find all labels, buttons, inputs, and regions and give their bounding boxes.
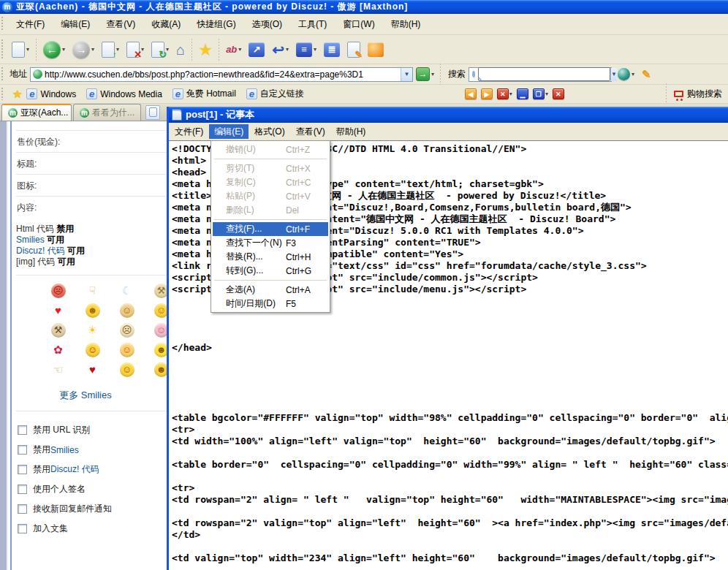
search-input[interactable]	[478, 67, 610, 81]
quick-link[interactable]: e免费 Hotmail	[172, 88, 236, 100]
go-dropdown-icon[interactable]: ▾	[431, 71, 434, 77]
quick-link[interactable]: eWindows Media	[86, 88, 162, 99]
checkbox-label-link[interactable]: Smilies	[50, 445, 79, 455]
quick-link[interactable]: eWindows	[26, 88, 76, 99]
close-tab-button[interactable]: ✕	[497, 88, 509, 99]
prev-tab-button[interactable]: ◀	[465, 88, 477, 99]
checkbox[interactable]	[18, 484, 27, 494]
browser-menu-item[interactable]: 快捷组(G)	[189, 14, 243, 34]
sweat-smiley[interactable]: ☹	[120, 323, 134, 338]
restore-button[interactable]: ❐	[533, 88, 545, 99]
dropdown-caret-icon[interactable]: ▾	[286, 46, 289, 53]
quick-link[interactable]: e自定义链接	[246, 88, 304, 100]
permission-link[interactable]: Smilies	[16, 235, 45, 245]
smile-smiley[interactable]: ☺	[120, 362, 134, 377]
toolbar-grip[interactable]	[1, 17, 5, 31]
go-button[interactable]: →	[416, 67, 430, 81]
edit-menu-item[interactable]: 查找(F)...Ctrl+F	[213, 222, 328, 236]
browser-titlebar[interactable]: m 亚琛(Aachen) - 德国中文网 - 人在德国主题社区 - powere…	[0, 0, 728, 14]
grin-smiley[interactable]: ☻	[86, 303, 100, 318]
notepad-menu-item[interactable]: 帮助(H)	[331, 124, 371, 139]
favorites-star-icon[interactable]: ★	[12, 88, 22, 101]
close-window-button[interactable]: ✕	[553, 88, 564, 99]
new-tab-button[interactable]	[145, 105, 160, 120]
browser-menu-item[interactable]: 编辑(E)	[53, 14, 98, 34]
dropdown-caret-icon[interactable]: ▾	[91, 46, 94, 53]
toolbar-up-folder-icon[interactable]: ↑▾	[99, 40, 122, 59]
browser-menu-item[interactable]: 选项(O)	[244, 14, 290, 34]
toolbar-grip[interactable]	[1, 88, 5, 101]
edit-menu-item-label: 时间/日期(D)	[226, 297, 286, 310]
browser-tab[interactable]: m亚琛(Aach...	[1, 104, 72, 121]
toolbar-tools-icon[interactable]: ≡▾	[293, 41, 319, 58]
browser-tab[interactable]: m看看为什...	[73, 104, 141, 121]
browser-menu-item[interactable]: 收藏(A)	[143, 14, 189, 34]
santa-smiley[interactable]: ☺	[86, 343, 100, 357]
browser-menu-item[interactable]: 帮助(H)	[383, 14, 429, 34]
dropdown-caret-icon[interactable]: ▾	[238, 46, 241, 53]
dropdown-caret-icon[interactable]: ▾	[26, 46, 29, 53]
checkbox[interactable]	[18, 425, 27, 435]
notepad-menu-item[interactable]: 查看(V)	[291, 124, 330, 139]
moon-smiley[interactable]: ☾	[120, 284, 134, 298]
toolbar-stop-icon[interactable]: ✕▾	[124, 40, 147, 59]
toolbar-new-page-icon[interactable]: ▾	[9, 40, 32, 59]
toolbar-reading-list-icon[interactable]: ≣	[321, 41, 343, 58]
edit-menu-item[interactable]: 时间/日期(D)F5	[213, 297, 328, 311]
address-dropdown-icon[interactable]: ▼	[401, 68, 412, 81]
toolbar-forward-icon[interactable]: →▾	[69, 39, 97, 60]
permission-link[interactable]: Discuz! 代码	[16, 246, 65, 256]
thumbs-down-smiley[interactable]: ☟	[86, 284, 100, 298]
next-tab-button[interactable]: ▶	[481, 88, 493, 99]
handshake-smiley[interactable]: ☜	[51, 362, 66, 377]
idea-smiley[interactable]: ☀	[86, 323, 100, 338]
browser-menu-item[interactable]: 文件(F)	[8, 14, 53, 34]
more-smilies-link[interactable]: 更多 Smilies	[16, 389, 155, 402]
edit-menu-item[interactable]: 查找下一个(N)F3	[213, 236, 328, 250]
browser-menu-item[interactable]: 工具(T)	[290, 14, 335, 34]
checkbox-label-link[interactable]: Discuz! 代码	[50, 463, 99, 476]
toolbar-edit-page-icon[interactable]: ✎	[344, 40, 363, 59]
titter-smiley[interactable]: ☺	[120, 303, 134, 318]
toolbar-grip[interactable]	[1, 67, 5, 81]
toolbar-back-icon[interactable]: ←▾	[40, 39, 68, 60]
search-dropdown-icon[interactable]: ▼	[610, 68, 617, 81]
checkbox[interactable]	[18, 524, 27, 533]
notepad-menu-item[interactable]: 格式(O)	[249, 124, 289, 139]
toolbar-plugin-ball-icon[interactable]	[365, 41, 387, 58]
embarrassed-smiley[interactable]: ☹	[51, 284, 66, 298]
address-input[interactable]	[45, 69, 401, 80]
dropdown-caret-icon[interactable]: ▾	[545, 91, 548, 97]
hammer-smiley[interactable]: ⚒	[51, 323, 66, 338]
blush-smiley[interactable]: ☺	[120, 343, 134, 357]
toolbar-font-groups-icon[interactable]: ab▾	[223, 42, 244, 56]
checkbox[interactable]	[18, 445, 27, 455]
checkbox[interactable]	[18, 504, 27, 514]
notepad-menu-item[interactable]: 文件(F)	[170, 124, 208, 139]
toolbar-home-icon[interactable]: ⌂	[173, 40, 188, 59]
web-search-globe-icon[interactable]	[618, 68, 630, 80]
notepad-titlebar[interactable]: post[1] - 记事本	[169, 107, 728, 123]
browser-menu-item[interactable]: 查看(V)	[98, 14, 143, 34]
toolbar-undo-icon[interactable]: ↩▾	[269, 40, 292, 59]
toolbar-refresh-icon[interactable]: ↻▾	[148, 40, 172, 59]
dropdown-caret-icon[interactable]: ▾	[314, 46, 316, 53]
edit-menu-item[interactable]: 转到(G)...Ctrl+G	[213, 264, 328, 278]
broken-heart-smiley[interactable]: ♥	[86, 362, 100, 377]
toolbar-grip[interactable]	[1, 39, 5, 59]
rose-smiley[interactable]: ✿	[51, 343, 66, 357]
toolbar-favorites-star-icon[interactable]: ★	[196, 40, 215, 59]
checkbox[interactable]	[18, 465, 27, 474]
dropdown-caret-icon[interactable]: ▾	[62, 46, 65, 53]
dropdown-caret-icon[interactable]: ▾	[509, 91, 512, 97]
toolbar-open-window-icon[interactable]: ↗	[246, 41, 268, 58]
minimize-button[interactable]: ▁	[517, 88, 528, 99]
highlight-pen-icon[interactable]: ✎	[642, 68, 651, 81]
edit-menu-item[interactable]: 全选(A)Ctrl+A	[213, 283, 328, 297]
heart-smiley[interactable]: ♥	[51, 303, 66, 318]
notepad-menu-item[interactable]: 编辑(E)	[209, 124, 249, 139]
browser-menu-item[interactable]: 窗口(W)	[335, 14, 382, 34]
edit-menu-item[interactable]: 替换(R)...Ctrl+H	[213, 250, 328, 264]
shopping-search-link[interactable]: 购物搜索	[687, 88, 722, 100]
globe-dropdown-icon[interactable]: ▾	[632, 71, 634, 77]
